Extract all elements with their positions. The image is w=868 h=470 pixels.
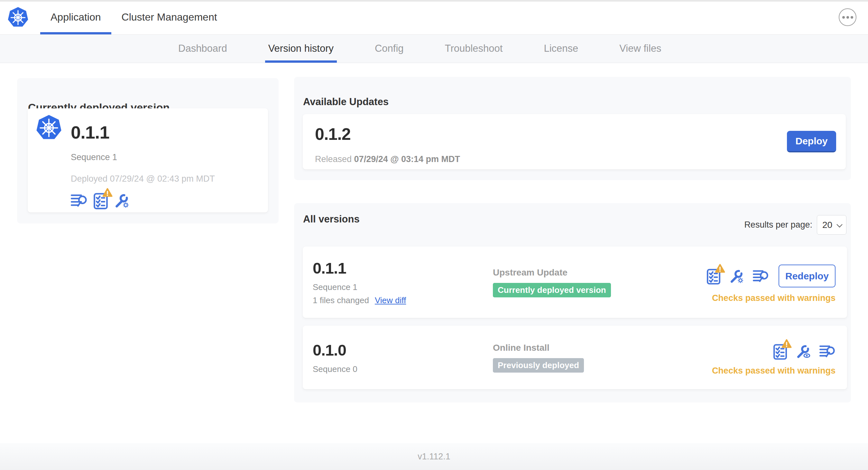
row-files-changed: 1 files changed (313, 296, 369, 305)
preflight-status-text: Checks passed with warnings (712, 366, 836, 376)
tab-application[interactable]: Application (40, 0, 111, 34)
available-updates-card: Available Updates 0.1.2 Released 07/29/2… (294, 77, 851, 180)
subnav-tab-dashboard[interactable]: Dashboard (167, 34, 238, 63)
kubernetes-app-icon (35, 114, 62, 141)
results-per-page-label: Results per page: (744, 220, 812, 230)
overflow-menu-button[interactable] (839, 8, 857, 26)
tab-cluster-management-label: Cluster Management (122, 11, 217, 23)
warning-triangle-icon (781, 339, 792, 348)
update-version-number: 0.1.2 (315, 125, 351, 144)
wrench-eye-icon (796, 344, 811, 359)
kubernetes-logo (7, 6, 29, 28)
subnav-tab-license[interactable]: License (533, 34, 589, 63)
row-sequence: Sequence 1 (313, 282, 493, 292)
row-source-label: Online Install (493, 343, 712, 353)
version-row-0-1-0: 0.1.0 Sequence 0 Online Install Previous… (303, 326, 847, 389)
deploy-button[interactable]: Deploy (787, 131, 836, 153)
currently-deployed-badge: Currently deployed version (493, 283, 611, 297)
row-source-label: Upstream Update (493, 267, 707, 278)
current-version-number: 0.1.1 (71, 122, 215, 143)
current-sequence: Sequence 1 (71, 153, 215, 162)
preflight-checks-button[interactable] (773, 343, 787, 360)
app-footer: v1.112.1 (0, 443, 868, 470)
update-released-datetime: 07/29/24 @ 03:14 pm MDT (354, 154, 460, 164)
preflight-checks-button[interactable] (707, 267, 721, 285)
edit-config-button[interactable] (729, 268, 744, 284)
version-row-0-1-1: 0.1.1 Sequence 1 1 files changed View di… (303, 246, 847, 318)
ellipsis-icon (842, 16, 845, 19)
currently-deployed-card: Currently deployed version 0.1.1 Sequenc… (17, 78, 279, 224)
view-deploy-logs-button[interactable] (71, 193, 88, 208)
preflight-checks-button[interactable] (93, 192, 108, 210)
row-version-number: 0.1.0 (313, 341, 493, 359)
subnav-tab-troubleshoot[interactable]: Troubleshoot (434, 34, 514, 63)
wrench-gear-icon (729, 268, 744, 284)
view-config-button[interactable] (796, 344, 811, 359)
header-tabs: Application Cluster Management (40, 0, 227, 34)
available-update-row: 0.1.2 Released 07/29/24 @ 03:14 pm MDT D… (303, 114, 846, 169)
tab-cluster-management[interactable]: Cluster Management (111, 0, 227, 34)
logs-icon (819, 344, 836, 359)
edit-config-button[interactable] (114, 193, 130, 209)
available-updates-title: Available Updates (303, 96, 389, 108)
all-versions-title: All versions (303, 213, 360, 225)
row-version-number: 0.1.1 (313, 259, 493, 277)
wrench-gear-icon (114, 193, 130, 209)
previously-deployed-badge: Previously deployed (493, 358, 584, 373)
logs-icon (71, 193, 88, 208)
warning-triangle-icon (715, 264, 725, 273)
all-versions-card: All versions Results per page: 20 0.1.1 … (294, 203, 851, 402)
update-released-line: Released 07/29/24 @ 03:14 pm MDT (315, 154, 460, 164)
tab-application-label: Application (51, 11, 101, 23)
logs-icon (753, 269, 769, 283)
subnav-tab-version-history[interactable]: Version history (257, 34, 345, 63)
row-sequence: Sequence 0 (313, 364, 493, 374)
current-deployed-timestamp: Deployed 07/29/24 @ 02:43 pm MDT (71, 174, 215, 184)
subnav-tab-config[interactable]: Config (364, 34, 415, 63)
view-deploy-logs-button[interactable] (819, 344, 836, 359)
results-per-page-select[interactable]: 20 (817, 215, 846, 235)
currently-deployed-inner-card: 0.1.1 Sequence 1 Deployed 07/29/24 @ 02:… (28, 108, 268, 212)
warning-triangle-icon (102, 188, 113, 197)
redeploy-button[interactable]: Redeploy (779, 265, 836, 288)
page-root: Application Cluster Management Dashboard… (0, 0, 868, 470)
view-diff-link[interactable]: View diff (375, 296, 406, 305)
console-version: v1.112.1 (417, 452, 451, 461)
window-top-strip (0, 0, 868, 2)
app-header: Application Cluster Management (0, 0, 868, 35)
app-subnav: Dashboard Version history Config Trouble… (0, 34, 868, 63)
view-deploy-logs-button[interactable] (753, 269, 769, 283)
subnav-tab-view-files[interactable]: View files (608, 34, 672, 63)
preflight-status-text: Checks passed with warnings (712, 293, 836, 303)
